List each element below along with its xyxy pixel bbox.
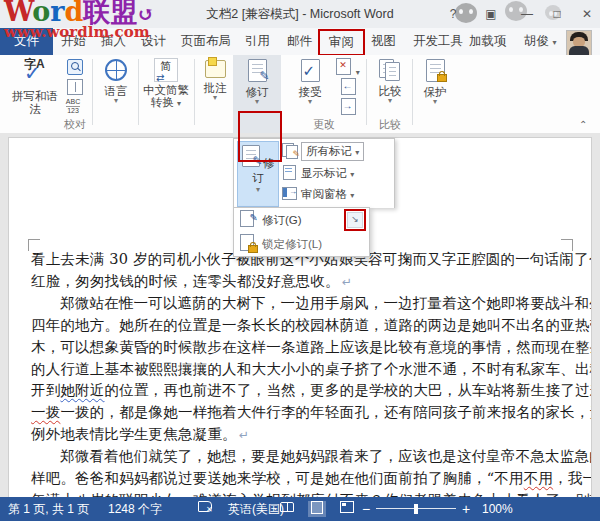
magnifier-handle — [77, 68, 81, 72]
document-line[interactable]: 例外地表情比学生更焦急凝重。↵ — [31, 424, 565, 447]
tab-插入[interactable]: 插入 — [92, 28, 135, 55]
document-line[interactable]: 四年的地方。她所在的位置是一条长长的校园林荫道，道路的两边是她叫不出名的亚热带树 — [31, 315, 565, 337]
window-title: 文档2 [兼容模式] - Microsoft Word — [0, 6, 600, 23]
book-spine — [75, 82, 76, 92]
tab-设计[interactable]: 设计 — [132, 28, 175, 55]
document-line[interactable]: 的人行道上基本被熙熙攘攘的人和大大小小的桌子挤了个水泄不通，不时有私家车、出租车 — [31, 359, 565, 381]
tab-加载项[interactable]: 加载项 — [460, 28, 516, 55]
collapse-ribbon-button[interactable]: ⌃ — [579, 119, 587, 130]
misspelled-text: 一拨 — [31, 404, 60, 420]
reviewing-pane-icon: → — [282, 186, 298, 200]
menu-item-track-changes[interactable]: ✎ 修订(G) ↘ — [234, 209, 369, 232]
ribbon-display-options-button[interactable]: ▣ — [478, 4, 504, 24]
tab-文件[interactable]: 文件 — [0, 28, 53, 55]
zoom-out-button[interactable]: − — [362, 497, 370, 521]
arrow-left-icon: ← — [343, 80, 353, 91]
text-segment: 的人行道上基本被熙熙攘攘的人和大大小小的桌子挤了个水泄不通，不时有私家车、出租车 — [31, 361, 592, 377]
read-mode-view-button[interactable] — [278, 501, 296, 517]
doc-lines — [389, 67, 396, 79]
convert-arrow-icon: ⇄ — [156, 72, 164, 83]
protect-button[interactable]: 保护 ▾ — [417, 56, 453, 105]
reject-button[interactable]: ✕ ▾ — [331, 58, 365, 76]
define-lookup-button[interactable] — [64, 59, 86, 77]
book-spine — [287, 503, 288, 511]
chevron-down-icon: ▾ — [350, 170, 354, 179]
tab-引用[interactable]: 引用 — [236, 28, 279, 55]
annotation-box-dialog-launcher — [344, 209, 366, 231]
help-button[interactable]: ? — [440, 4, 466, 24]
document-line[interactable]: 开到她附近的位置，再也前进不了，当然，更多的是学校的大巴，从车站将新生接了过来， — [31, 380, 565, 402]
document-line[interactable]: 一拨一拨的，都是像她一样拖着大件行李的年轻面孔，还有陪同孩子前来报名的家长，无一 — [31, 402, 565, 424]
tab-审阅[interactable]: 审阅 — [318, 29, 365, 56]
compare-button[interactable]: 比较 ▾ — [372, 56, 408, 104]
proofing-status-icon[interactable]: ✕ — [196, 501, 214, 517]
menu-item-lock-tracking[interactable]: 锁定修订(L) — [234, 233, 369, 256]
user-avatar[interactable] — [566, 30, 592, 56]
reviewing-pane-menu[interactable]: → 审阅窗格 ▾ — [282, 186, 354, 206]
group-divider — [138, 59, 139, 125]
maximize-button[interactable]: □ — [544, 4, 570, 24]
tab-邮件[interactable]: 邮件 — [278, 28, 321, 55]
word-count-button[interactable]: ABC 123 — [62, 98, 84, 116]
chevron-down-icon: ▾ — [97, 98, 135, 104]
document-line[interactable]: 木，可以想象黄昏的时候散步在这样一条道路上应该是比较有意境的事情，然而现在整条路 — [31, 337, 565, 359]
spelling-grammar-button[interactable]: 字A ✓ 拼写和语法 — [8, 56, 62, 116]
page-indicator[interactable]: 第 1 页, 共 1 页 — [8, 497, 89, 521]
track-changes-button[interactable]: ✎ 修订 ▾ — [237, 56, 277, 105]
group-label-proofing: 校对 — [20, 117, 130, 132]
chinese-conversion-button[interactable]: 简 ⇄ 中文简繁转换 ▾ — [141, 56, 191, 110]
new-comment-button[interactable]: 批注 ▾ — [198, 56, 232, 101]
accept-button[interactable]: ✓ 接受 ▾ — [292, 56, 328, 105]
language-button[interactable]: 语言 ▾ — [97, 56, 135, 104]
chevron-down-icon: ▾ — [238, 187, 278, 193]
next-change-button[interactable]: → — [331, 98, 365, 116]
status-bar: 第 1 页, 共 1 页 1248 个字 ✕ 英语(美国) − + 100% — [0, 497, 600, 521]
jian-glyph: 简 — [161, 60, 172, 72]
tab-视图[interactable]: 视图 — [362, 28, 405, 55]
user-account-menu[interactable]: 胡俊 ▾ — [524, 28, 557, 55]
misspelled-text: 不用 — [524, 470, 553, 486]
group-divider — [366, 59, 367, 125]
tab-页面布局[interactable]: 页面布局 — [172, 28, 240, 55]
track-changes-icon: ✎ — [240, 210, 256, 228]
show-markup-menu[interactable]: 显示标记 ▾ — [282, 165, 354, 185]
pencil-icon: ✎ — [250, 206, 258, 229]
ribbon-tab-row: 文件开始插入设计页面布局引用邮件审阅视图开发工具加载项 胡俊 ▾ — [0, 28, 600, 56]
previous-change-button[interactable]: ← — [331, 78, 365, 96]
previous-change-icon: ← — [341, 78, 356, 95]
document-line[interactable]: 郑微站在惟一可以遮荫的大树下，一边用手扇风，一边打量着这个她即将要战斗和生活 — [31, 293, 565, 315]
zoom-in-button[interactable]: + — [462, 497, 470, 521]
check-icon: ✓ — [24, 68, 41, 78]
avatar-body — [569, 46, 589, 55]
zoom-slider-handle[interactable] — [414, 504, 418, 514]
group-divider — [92, 59, 93, 125]
language-indicator[interactable]: 英语(美国) — [228, 497, 284, 521]
x-icon: ✕ — [339, 60, 347, 70]
thesaurus-book-icon — [67, 79, 83, 95]
thesaurus-button[interactable] — [64, 79, 86, 97]
text-segment: 一拨的，都是像她一样拖着大件行李的年轻面孔，还有陪同孩子前来报名的家长，无一 — [60, 404, 592, 420]
web-layout-view-button[interactable] — [338, 501, 356, 517]
word-count-indicator[interactable]: 1248 个字 — [108, 497, 162, 521]
text-segment: 四年的地方。她所在的位置是一条长长的校园林荫道，道路的两边是她叫不出名的亚热带树 — [31, 317, 592, 333]
tab-开始[interactable]: 开始 — [52, 28, 95, 55]
markup-combo-box[interactable]: 所有标记 ▾ — [301, 142, 364, 161]
quick-access-toolbar-caret-icon[interactable]: ▾ — [130, 8, 135, 18]
paragraph-mark-icon: ↵ — [239, 428, 249, 442]
compare-icon — [379, 59, 401, 81]
print-layout-view-button[interactable] — [308, 501, 326, 517]
button-label: 拼写和语法 — [8, 90, 62, 116]
minimize-button[interactable]: — — [514, 4, 540, 24]
document-text[interactable]: 看上去未满 30 岁的司机小伙子被眼前这个小姑娘笑容可掬而又字正腔圆的一句话闹了… — [31, 249, 565, 497]
document-line[interactable]: 年满十八岁的聪明少女，难道连入学报到都应付不来？你们老跟着未免太小看人了，别忘了 — [31, 490, 565, 497]
close-button[interactable]: ✕ — [574, 4, 600, 24]
pane-bar — [283, 188, 287, 197]
document-line[interactable]: 郑微看着他们就笑了，她想，要是她妈妈跟着来了，应该也是这付皇帝不急太监急的模 — [31, 446, 565, 468]
arrow-right-icon: → — [343, 100, 353, 111]
zoom-level[interactable]: 100% — [482, 497, 513, 521]
document-line[interactable]: 样吧。爸爸和妈妈都说过要送她来学校，可是她在他们面前拍了胸脯，“不用不用，我一个 — [31, 468, 565, 490]
pencil-icon: ✎ — [292, 149, 300, 159]
chevron-down-icon: ▾ — [292, 99, 328, 105]
display-for-review-combo[interactable]: ✎ 所有标记 ▾ — [282, 142, 364, 162]
document-line[interactable]: 红脸，匆匆找钱的时候，连零头都没好意思收。↵ — [31, 271, 565, 294]
